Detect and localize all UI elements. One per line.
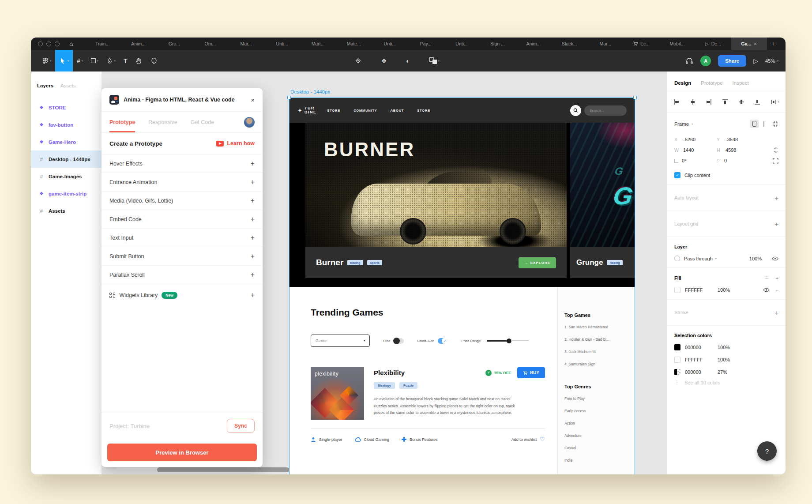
feature-row-embed-code[interactable]: Embed Code+ <box>102 210 263 229</box>
fill-row[interactable]: FFFFFF 100% − <box>674 287 778 293</box>
add-layout-grid-icon[interactable]: + <box>774 220 778 228</box>
file-tab[interactable]: Unti... <box>264 38 300 50</box>
new-tab-button[interactable]: + <box>767 38 779 50</box>
constrain-proportions-icon[interactable] <box>773 147 778 153</box>
hero-slide-grunge[interactable]: G G Grunge Racing <box>570 123 635 278</box>
plus-icon[interactable]: + <box>251 252 255 260</box>
feature-row-parallax-scroll[interactable]: Parallax Scroll+ <box>102 266 263 284</box>
free-toggle[interactable] <box>394 338 404 344</box>
feature-row-media[interactable]: Media (Video, Gifs, Lottie)+ <box>102 192 263 210</box>
tab-layers[interactable]: Layers <box>37 83 53 88</box>
sync-button[interactable]: Sync <box>227 419 255 433</box>
plus-icon[interactable]: + <box>251 178 255 186</box>
tab-assets[interactable]: Assets <box>60 83 76 88</box>
clip-content-row[interactable]: ✓ Clip content <box>674 172 778 178</box>
plus-icon[interactable]: + <box>251 197 255 205</box>
hand-tool-button[interactable] <box>131 50 146 71</box>
site-nav-link[interactable]: STORE <box>327 109 340 113</box>
color-swatch[interactable] <box>674 287 680 293</box>
file-tab[interactable]: Slack... <box>552 38 587 50</box>
pen-tool-button[interactable]: ▾ <box>102 50 120 71</box>
selection-handle[interactable] <box>633 96 637 99</box>
comment-tool-button[interactable] <box>146 50 161 71</box>
top-genre-item[interactable]: Free to Play <box>564 396 631 401</box>
tab-responsive[interactable]: Responsive <box>148 112 177 132</box>
price-range-slider[interactable] <box>487 339 529 343</box>
site-nav-link[interactable]: STORE <box>417 109 430 113</box>
see-all-colors-link[interactable]: ⋮ See all 10 colors <box>674 380 778 385</box>
create-component-button[interactable]: ❖ <box>377 50 391 71</box>
layer-row[interactable]: ❖game-item-strip <box>31 185 102 202</box>
shape-tool-button[interactable]: ▾ <box>87 50 102 71</box>
file-tab[interactable]: Unti... <box>444 38 479 50</box>
close-tab-icon[interactable]: × <box>754 41 756 46</box>
independent-corners-icon[interactable] <box>773 158 778 164</box>
feature-row-entrance-animation[interactable]: Entrance Animation+ <box>102 173 263 192</box>
frame-type-dropdown[interactable]: Frame ▾ <box>674 121 693 127</box>
file-tab[interactable]: Anim... <box>515 38 551 50</box>
plus-icon[interactable]: + <box>251 234 255 242</box>
top-genre-item[interactable]: Action <box>564 421 631 425</box>
file-tab[interactable]: Mate... <box>336 38 372 50</box>
visibility-eye-icon[interactable] <box>763 288 770 292</box>
file-tab[interactable]: Mobil... <box>659 38 695 50</box>
genre-select[interactable]: Genre ▾ <box>311 335 370 347</box>
main-menu-button[interactable]: ▾ <box>38 50 55 71</box>
align-v-center-icon[interactable] <box>738 99 744 105</box>
file-tab[interactable]: Om... <box>192 38 228 50</box>
plus-icon[interactable]: + <box>251 215 255 223</box>
portrait-orientation-button[interactable] <box>750 120 759 128</box>
height-field[interactable]: 4598 <box>726 147 736 153</box>
align-bottom-icon[interactable] <box>754 99 760 105</box>
plus-icon[interactable]: + <box>251 271 255 279</box>
file-tab[interactable]: Sign ... <box>480 38 515 50</box>
top-genre-item[interactable]: Casual <box>564 446 631 450</box>
widgets-library-row[interactable]: Widgets Library New + <box>102 284 263 306</box>
frame-label[interactable]: Desktop - 1440px <box>290 89 330 94</box>
close-plugin-icon[interactable]: × <box>251 96 255 104</box>
game-tag[interactable]: Strategy <box>374 382 395 389</box>
tab-design[interactable]: Design <box>674 80 691 86</box>
fill-styles-icon[interactable]: ∷ <box>766 275 769 281</box>
layer-row-selected[interactable]: #Desktop - 1440px <box>31 150 102 168</box>
corner-radius-field[interactable]: 0 <box>724 158 727 163</box>
fill-hex-field[interactable]: FFFFFF <box>685 287 713 293</box>
file-tab-active[interactable]: Ga... × <box>731 38 767 50</box>
explore-button[interactable]: → EXPLORE <box>519 257 556 268</box>
selection-handle[interactable] <box>287 96 291 99</box>
add-auto-layout-icon[interactable]: + <box>774 194 778 202</box>
layer-row[interactable]: ❖STORE <box>31 99 102 116</box>
visibility-eye-icon[interactable] <box>772 256 778 261</box>
selection-color-row[interactable]: 000000 100% <box>674 344 778 350</box>
file-tab[interactable]: Mar... <box>228 38 264 50</box>
file-tab[interactable]: Train... <box>84 38 120 50</box>
preview-in-browser-button[interactable]: Preview in Browser <box>107 444 257 461</box>
present-button[interactable]: ▷ <box>753 58 758 64</box>
feature-row-text-input[interactable]: Text Input+ <box>102 229 263 247</box>
align-top-icon[interactable] <box>722 99 728 105</box>
maximize-window-icon[interactable] <box>55 41 60 46</box>
top-genre-item[interactable]: Indie <box>564 458 631 463</box>
selection-color-row[interactable]: 000000 27% <box>674 369 778 375</box>
move-tool-button[interactable]: ▾ <box>55 50 73 71</box>
plus-icon[interactable]: + <box>251 291 255 299</box>
landscape-orientation-button[interactable] <box>763 121 764 127</box>
search-icon[interactable] <box>570 105 581 116</box>
zoom-level-dropdown[interactable]: 45% ▾ <box>765 58 778 64</box>
text-tool-button[interactable]: T <box>120 50 132 71</box>
align-left-icon[interactable] <box>673 99 680 105</box>
design-frame[interactable]: ✦ TURBINE STORE COMMUNITY ABOUT STORE <box>289 98 635 474</box>
top-game-item[interactable]: 4. Samuraian Sign <box>564 362 631 366</box>
file-tab[interactable]: Mar... <box>587 38 623 50</box>
game-card[interactable]: plexibility Plexibility ✓ 15% OFF <box>311 367 545 420</box>
align-h-center-icon[interactable] <box>690 99 696 105</box>
cross-gen-toggle[interactable]: ✓ <box>438 338 448 344</box>
learn-how-link[interactable]: ▶ Learn how <box>216 140 255 147</box>
layer-row[interactable]: ❖Game-Hero <box>31 133 102 150</box>
game-tag[interactable]: Puzzle <box>399 382 417 389</box>
layer-opacity-field[interactable]: 100% <box>749 256 762 261</box>
tab-prototype[interactable]: Prototype <box>701 80 722 86</box>
layer-row[interactable]: ❖fav-button <box>31 116 102 133</box>
audio-headphones-button[interactable] <box>685 57 693 64</box>
fill-opacity-field[interactable]: 100% <box>718 287 737 293</box>
